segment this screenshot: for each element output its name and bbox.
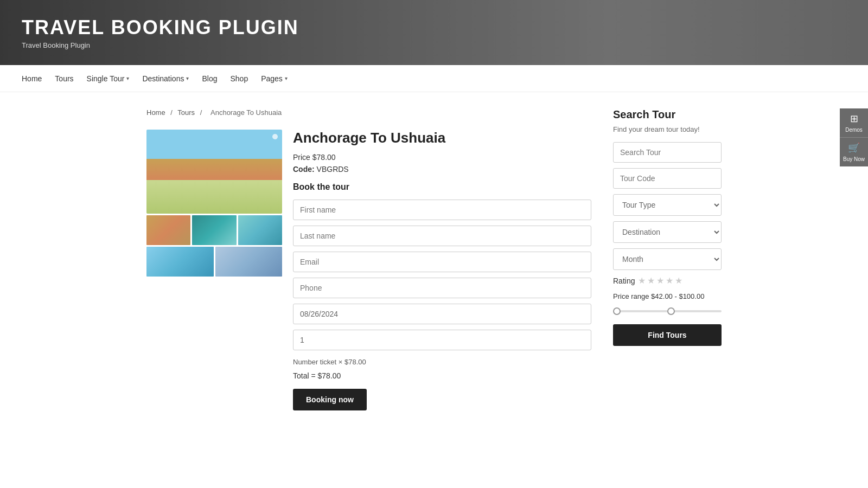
hero-subtitle: Travel Booking Plugin [22,41,299,49]
price-range-slider[interactable] [613,306,722,317]
tour-detail: Anchorage To Ushuaia Price $78.00 Code: … [293,130,591,410]
nav-item-shop[interactable]: Shop [230,74,248,83]
last-name-input[interactable] [293,226,591,246]
left-column: Home / Tours / Anchorage To Ushuaia [146,108,591,410]
thumbnail-4[interactable] [146,247,214,277]
hero-header: TRAVEL BOOKING PLUGIN Travel Booking Plu… [0,0,868,65]
destination-select[interactable]: Destination Europe Asia Americas Africa [613,221,722,243]
star-3[interactable]: ★ [656,275,664,286]
demos-widget-button[interactable]: ⊞ Demos [840,108,868,138]
tour-price: Price $78.00 [293,153,591,162]
nav-item-tours[interactable]: Tours [55,74,73,83]
main-image [146,130,282,214]
demos-label: Demos [845,127,863,133]
gallery-thumbnails-row2 [146,247,282,277]
layers-icon: ⊞ [850,113,858,125]
gallery-dot-indicator [272,134,278,139]
nav-item-single-tour[interactable]: Single Tour ▾ [87,74,130,83]
price-range-label: Price range $42.00 - $100.00 [613,292,722,300]
nav-item-home[interactable]: Home [22,74,42,83]
chevron-down-icon: ▾ [285,75,288,81]
hero-text: TRAVEL BOOKING PLUGIN Travel Booking Plu… [22,16,299,49]
thumbnail-3[interactable] [238,215,282,245]
gallery-thumbnails-row1 [146,215,282,245]
chevron-down-icon: ▾ [126,75,129,81]
chevron-down-icon: ▾ [186,75,189,81]
star-1[interactable]: ★ [638,275,646,286]
thumbnail-5[interactable] [215,247,283,277]
nav-item-pages[interactable]: Pages ▾ [261,74,288,83]
gallery-main-image[interactable] [146,130,282,214]
gallery [146,130,282,410]
side-widgets: ⊞ Demos 🛒 Buy Now [840,108,868,166]
nav-item-blog[interactable]: Blog [202,74,217,83]
search-tour-subtitle: Find your dream tour today! [613,125,722,133]
date-input[interactable] [293,304,591,324]
search-sidebar: Search Tour Find your dream tour today! … [613,108,722,410]
email-input[interactable] [293,252,591,272]
buy-now-label: Buy Now [843,156,865,162]
tour-code-input[interactable] [613,168,722,189]
rating-label: Rating [613,277,635,285]
book-the-tour-label: Book the tour [293,182,591,192]
total-info: Total = $78.00 [293,371,591,380]
tour-type-select[interactable]: Tour Type Adventure Cultural Beach Mount… [613,194,722,216]
star-4[interactable]: ★ [666,275,673,286]
breadcrumb-current: Anchorage To Ushuaia [210,108,282,117]
tour-title: Anchorage To Ushuaia [293,130,591,146]
buy-now-widget-button[interactable]: 🛒 Buy Now [840,138,868,166]
nav-item-destinations[interactable]: Destinations ▾ [142,74,189,83]
search-tour-input[interactable] [613,142,722,163]
booking-now-button[interactable]: Booking now [293,389,367,410]
star-5[interactable]: ★ [675,275,682,286]
thumbnail-2[interactable] [192,215,236,245]
cart-icon: 🛒 [848,142,860,154]
hero-title: TRAVEL BOOKING PLUGIN [22,16,299,39]
find-tours-button[interactable]: Find Tours [613,324,722,346]
nav-bar: Home Tours Single Tour ▾ Destinations ▾ … [0,65,868,92]
tour-code: Code: VBGRDS [293,165,591,174]
range-handle-left[interactable] [613,307,621,315]
range-handle-right[interactable] [667,307,675,315]
breadcrumb-tours[interactable]: Tours [177,108,195,117]
search-tour-title: Search Tour [613,108,722,121]
quantity-input[interactable] [293,330,591,350]
ticket-info: Number ticket × $78.00 [293,358,591,366]
star-2[interactable]: ★ [647,275,655,286]
rating-row: Rating ★ ★ ★ ★ ★ [613,275,722,286]
first-name-input[interactable] [293,200,591,220]
month-select[interactable]: Month January February March April May J… [613,248,722,270]
breadcrumb-home[interactable]: Home [146,108,165,117]
phone-input[interactable] [293,278,591,298]
thumbnail-1[interactable] [146,215,190,245]
breadcrumb: Home / Tours / Anchorage To Ushuaia [146,108,591,117]
tour-layout: Anchorage To Ushuaia Price $78.00 Code: … [146,130,591,410]
star-rating[interactable]: ★ ★ ★ ★ ★ [638,275,682,286]
main-content: Home / Tours / Anchorage To Ushuaia [136,92,732,427]
